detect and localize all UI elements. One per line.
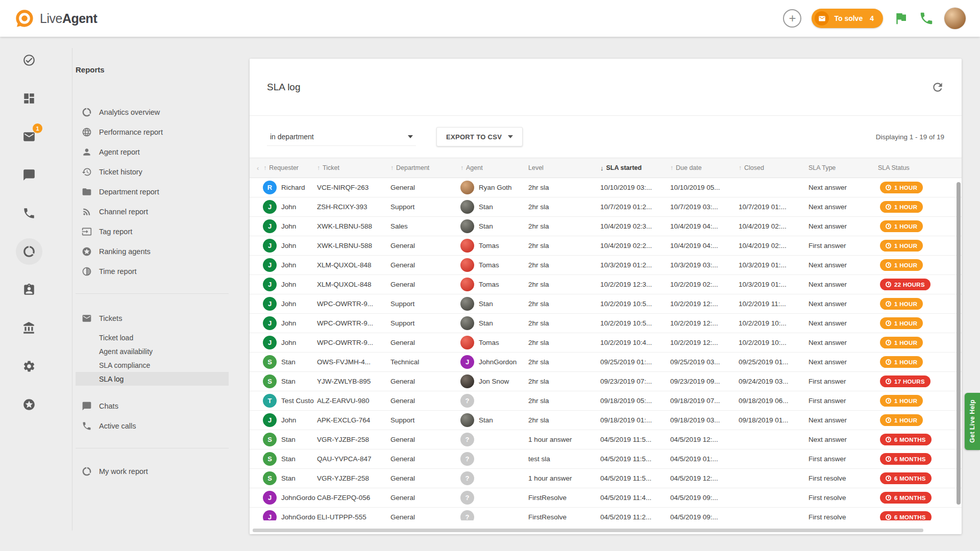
sidebar-item-analytics-overview[interactable]: Analytics overview — [76, 102, 229, 122]
sidebar-item-time-report[interactable]: Time report — [76, 261, 229, 281]
sidebar-item-sla-compliance[interactable]: SLA compliance — [76, 358, 229, 372]
department: General — [390, 513, 460, 520]
table-row[interactable]: JJohnWPC-OWRTR-9...SupportStan2hr sla10/… — [250, 314, 962, 333]
requester-cell: JJohn — [257, 258, 317, 272]
sidebar-item-tag-report[interactable]: Tag report — [76, 221, 229, 241]
scrollbar-thumb[interactable] — [957, 182, 961, 505]
refresh-button[interactable] — [931, 81, 944, 94]
requester-cell: JJohn — [257, 278, 317, 291]
agent-cell: ? — [460, 394, 528, 408]
department-filter-select[interactable]: in department — [267, 128, 416, 146]
table-row[interactable]: SStanVGR-YJZBF-258General?1 hour answer0… — [250, 469, 962, 488]
export-csv-button[interactable]: EXPORT TO CSV — [436, 127, 523, 146]
rail-item-configuration[interactable] — [16, 353, 42, 380]
column-header-level: Level — [528, 164, 600, 171]
sidebar-item-ranking-agents[interactable]: Ranking agents — [76, 241, 229, 261]
sla-level: 2hr sla — [528, 397, 600, 405]
sidebar-item-active-calls[interactable]: Active calls — [76, 416, 229, 436]
rail-item-tasks[interactable] — [16, 47, 42, 73]
rail-item-chats[interactable] — [16, 162, 42, 188]
rail-item-gamification[interactable] — [16, 391, 42, 418]
clock-icon — [886, 223, 891, 229]
table-row[interactable]: SStanOWS-FVJMH-4...TechnicalJJohnGordon2… — [250, 353, 962, 372]
flag-button[interactable] — [893, 11, 909, 26]
column-header-closed[interactable]: ↑Closed — [739, 164, 808, 171]
sidebar-item-tickets[interactable]: Tickets — [76, 308, 229, 328]
agent-cell: Tomas — [460, 336, 528, 349]
table-row[interactable]: JJohnXWK-LRBNU-588GeneralTomas2hr sla10/… — [250, 236, 962, 256]
sidebar-item-label: Department report — [99, 188, 159, 196]
ticket-id: OWS-FVJMH-4... — [317, 358, 390, 366]
report-list: Analytics overviewPerformance reportAgen… — [76, 102, 229, 281]
sidebar-item-label: Ranking agents — [99, 247, 151, 256]
column-label: Department — [396, 164, 429, 171]
rail-item-tickets[interactable]: 1 — [16, 123, 42, 150]
sidebar-item-sla-log[interactable]: SLA log — [76, 372, 229, 386]
requester-avatar: J — [263, 510, 277, 520]
table-row[interactable]: SStanQAU-YVPCA-847General?test sla04/5/2… — [250, 449, 962, 469]
sla-level: 2hr sla — [528, 378, 600, 385]
requester-avatar: J — [263, 278, 277, 291]
table-row[interactable]: SStanYJW-ZWLYB-895GeneralJon Snow2hr sla… — [250, 372, 962, 391]
table-row[interactable]: TTest CustoALZ-EARVU-980General?2hr sla0… — [250, 391, 962, 411]
table-row[interactable]: JJohnZSH-RCIXY-393SupportStan2hr sla10/7… — [250, 197, 962, 217]
column-header-due-date[interactable]: ↑Due date — [670, 164, 739, 171]
sidebar-item-my-work-report[interactable]: My work report — [76, 461, 229, 481]
rail-item-dashboard[interactable] — [16, 85, 42, 112]
sidebar-item-chats[interactable]: Chats — [76, 396, 229, 416]
table-row[interactable]: JJohnAPK-EXCLG-764SupportStan2hr sla09/1… — [250, 411, 962, 430]
table-row[interactable]: JJohnXLM-QUXOL-848GeneralTomas2hr sla10/… — [250, 275, 962, 294]
table-row[interactable]: JJohnGordoCAB-FZEPQ-056General?FirstReso… — [250, 488, 962, 508]
table-row[interactable]: JJohnXWK-LRBNU-588SalesStan2hr sla10/4/2… — [250, 217, 962, 236]
sidebar-item-ticket-history[interactable]: Ticket history — [76, 162, 229, 182]
to-solve-button[interactable]: To solve 4 — [812, 9, 883, 28]
vertical-scrollbar[interactable] — [957, 182, 961, 521]
table-row[interactable]: SStanVGR-YJZBF-258General?1 hour answer0… — [250, 430, 962, 449]
department: Support — [390, 300, 460, 308]
rail-item-customers[interactable] — [16, 277, 42, 303]
horizontal-scrollbar[interactable] — [253, 529, 951, 532]
table-row[interactable]: JJohnWPC-OWRTR-9...SupportStan2hr sla10/… — [250, 294, 962, 314]
user-avatar[interactable] — [944, 8, 966, 29]
department: General — [390, 242, 460, 249]
column-header-requester[interactable]: ‹↑Requester — [257, 164, 317, 172]
sidebar-item-performance-report[interactable]: Performance report — [76, 122, 229, 142]
flag-icon — [893, 11, 909, 26]
table-row[interactable]: JJohnXLM-QUXOL-848GeneralTomas2hr sla10/… — [250, 256, 962, 275]
ticket-id: YJW-ZWLYB-895 — [317, 378, 390, 385]
sidebar-item-department-report[interactable]: Department report — [76, 182, 229, 202]
scrollbar-thumb[interactable] — [253, 529, 923, 532]
column-header-department[interactable]: ↑Department — [390, 164, 460, 171]
sort-icon: ↑ — [263, 164, 266, 171]
department: Sales — [390, 222, 460, 230]
liveagent-logo[interactable]: LiveAgent — [14, 8, 97, 29]
rail-item-billing[interactable] — [16, 315, 42, 341]
chat-icon — [82, 401, 92, 411]
sidebar-item-ticket-load[interactable]: Ticket load — [76, 331, 229, 344]
table-row[interactable]: JJohnGordoELI-UTPPP-555General?FirstReso… — [250, 508, 962, 520]
call-button[interactable] — [919, 11, 934, 26]
clock-icon — [886, 379, 891, 384]
agent-name: Stan — [479, 203, 493, 211]
sidebar-item-channel-report[interactable]: Channel report — [76, 202, 229, 221]
sidebar-item-agent-report[interactable]: Agent report — [76, 142, 229, 162]
sidebar-item-agent-availability[interactable]: Agent availability — [76, 344, 229, 358]
sla-status-cell: 1 HOUR — [878, 259, 954, 271]
get-live-help-tab[interactable]: Get Live Help — [965, 393, 980, 450]
requester-name: John — [281, 203, 296, 211]
agent-avatar: ? — [460, 452, 474, 466]
rail-item-reports[interactable] — [16, 238, 42, 265]
table-row[interactable]: RRichardVCE-NIRQF-263GeneralRyan Goth2hr… — [250, 178, 962, 197]
agent-name: Ryan Goth — [479, 184, 512, 191]
ticket-id: ZSH-RCIXY-393 — [317, 203, 390, 211]
column-header-ticket[interactable]: ↑Ticket — [317, 164, 390, 171]
agent-name: Jon Snow — [479, 378, 509, 385]
unread-badge: 1 — [33, 123, 42, 133]
table-row[interactable]: JJohnWPC-OWRTR-9...GeneralTomas2hr sla10… — [250, 333, 962, 353]
add-button[interactable]: + — [783, 9, 801, 28]
sla-level: 1 hour answer — [528, 436, 600, 443]
column-header-agent[interactable]: ↑Agent — [460, 164, 528, 171]
contact-card-icon — [22, 283, 36, 296]
column-header-sla-started[interactable]: ↓SLA started — [600, 164, 670, 172]
rail-item-calls[interactable] — [16, 200, 42, 227]
